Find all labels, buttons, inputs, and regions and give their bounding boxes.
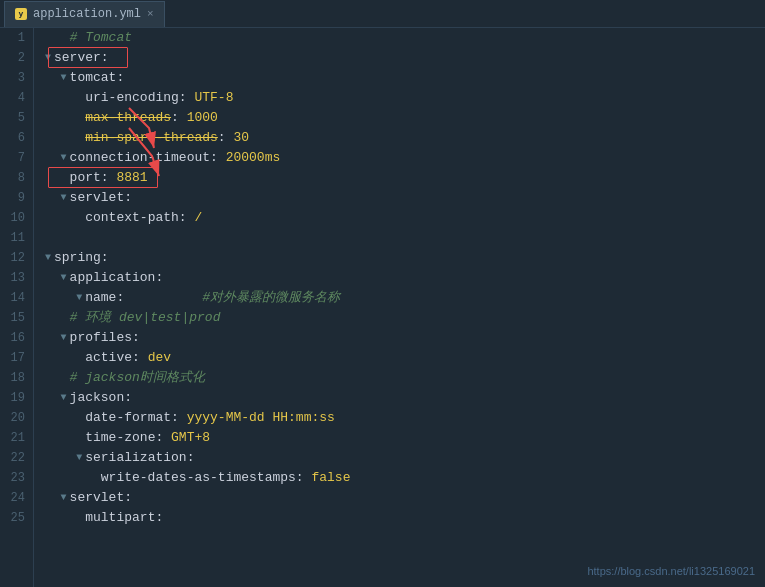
code-token: 20000ms	[226, 148, 281, 168]
code-token: tomcat:	[70, 68, 125, 88]
code-token: write-dates-as-timestamps	[101, 468, 296, 488]
collapse-placeholder	[73, 92, 85, 104]
line-number: 5	[8, 108, 25, 128]
collapse-button[interactable]: ▼	[58, 492, 70, 504]
collapse-button[interactable]: ▼	[58, 392, 70, 404]
code-token: 8881	[116, 168, 147, 188]
collapse-placeholder	[89, 472, 101, 484]
collapse-button[interactable]: ▼	[42, 252, 54, 264]
code-token: # 环境 dev|test|prod	[70, 308, 221, 328]
code-token: :	[132, 348, 148, 368]
collapse-button[interactable]: ▼	[58, 272, 70, 284]
collapse-placeholder	[58, 372, 70, 384]
collapse-placeholder	[58, 172, 70, 184]
line-number: 6	[8, 128, 25, 148]
collapse-button[interactable]: ▼	[58, 192, 70, 204]
indent	[42, 388, 58, 408]
code-area[interactable]: # Tomcat▼server: ▼tomcat: uri-encoding: …	[34, 28, 765, 587]
indent	[42, 288, 73, 308]
code-line: context-path: /	[42, 208, 765, 228]
code-line: # Tomcat	[42, 28, 765, 48]
code-token: application:	[70, 268, 164, 288]
code-token: :	[218, 128, 234, 148]
collapse-button[interactable]: ▼	[58, 332, 70, 344]
code-token: :	[171, 108, 187, 128]
indent	[42, 488, 58, 508]
line-number: 19	[8, 388, 25, 408]
collapse-placeholder	[73, 352, 85, 364]
code-line: min-spare-threads: 30	[42, 128, 765, 148]
code-token: port	[70, 168, 101, 188]
code-token: false	[311, 468, 350, 488]
indent	[42, 508, 73, 528]
indent	[42, 148, 58, 168]
code-token: name	[85, 288, 116, 308]
indent	[42, 188, 58, 208]
code-line: ▼servlet:	[42, 488, 765, 508]
code-line: write-dates-as-timestamps: false	[42, 468, 765, 488]
code-token: time-zone	[85, 428, 155, 448]
collapse-button[interactable]: ▼	[58, 152, 70, 164]
code-token	[132, 288, 194, 308]
code-token: 1000	[187, 108, 218, 128]
collapse-placeholder	[73, 132, 85, 144]
indent	[42, 28, 58, 48]
code-line: ▼jackson:	[42, 388, 765, 408]
indent	[42, 428, 73, 448]
line-number: 1	[8, 28, 25, 48]
line-number: 14	[8, 288, 25, 308]
code-line: ▼server:	[42, 48, 765, 68]
line-number: 24	[8, 488, 25, 508]
indent	[42, 168, 58, 188]
code-token: connection-timeout	[70, 148, 210, 168]
tab-close-icon[interactable]: ×	[147, 8, 154, 20]
collapse-button[interactable]: ▼	[58, 72, 70, 84]
line-number: 12	[8, 248, 25, 268]
collapse-button[interactable]: ▼	[42, 52, 54, 64]
indent	[42, 448, 73, 468]
indent	[42, 308, 58, 328]
line-number: 25	[8, 508, 25, 528]
code-line: time-zone: GMT+8	[42, 428, 765, 448]
indent	[42, 348, 73, 368]
line-number: 20	[8, 408, 25, 428]
code-token: :	[101, 168, 117, 188]
collapse-button[interactable]: ▼	[73, 292, 85, 304]
line-number: 8	[8, 168, 25, 188]
code-token: :	[210, 148, 226, 168]
line-number: 11	[8, 228, 25, 248]
code-token: :	[116, 288, 132, 308]
code-line: active: dev	[42, 348, 765, 368]
code-line: ▼tomcat:	[42, 68, 765, 88]
line-number: 15	[8, 308, 25, 328]
code-token: date-format	[85, 408, 171, 428]
code-token: #对外暴露的微服务名称	[194, 288, 340, 308]
code-token: :	[171, 408, 187, 428]
code-line: ▼servlet:	[42, 188, 765, 208]
watermark: https://blog.csdn.net/li1325169021	[587, 565, 755, 577]
code-token: jackson:	[70, 388, 132, 408]
collapse-placeholder	[73, 432, 85, 444]
code-line: ▼serialization:	[42, 448, 765, 468]
line-number: 4	[8, 88, 25, 108]
code-token: uri-encoding	[85, 88, 179, 108]
code-token: 30	[233, 128, 249, 148]
line-number: 16	[8, 328, 25, 348]
line-number: 3	[8, 68, 25, 88]
line-number: 10	[8, 208, 25, 228]
code-token: UTF-8	[194, 88, 233, 108]
file-tab[interactable]: y application.yml ×	[4, 1, 165, 27]
collapse-placeholder	[73, 112, 85, 124]
line-numbers: 1234567891011121314151617181920212223242…	[0, 28, 34, 587]
code-line: ▼name: #对外暴露的微服务名称	[42, 288, 765, 308]
indent	[42, 328, 58, 348]
code-token: spring:	[54, 248, 109, 268]
collapse-button[interactable]: ▼	[73, 452, 85, 464]
code-token: dev	[148, 348, 171, 368]
line-number: 21	[8, 428, 25, 448]
code-token: # Tomcat	[70, 28, 132, 48]
code-token: GMT+8	[171, 428, 210, 448]
code-token: servlet:	[70, 488, 132, 508]
code-token: servlet:	[70, 188, 132, 208]
line-number: 9	[8, 188, 25, 208]
